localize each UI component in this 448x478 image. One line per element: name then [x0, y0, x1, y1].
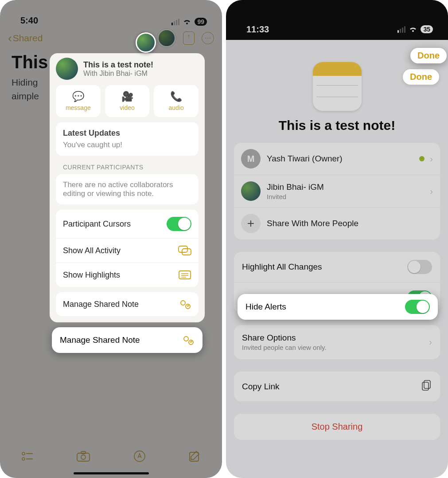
contact-actions: 💬 message 🎥 video 📞 audio — [50, 83, 205, 122]
chevron-right-icon: › — [430, 186, 433, 196]
video-button[interactable]: 🎥 video — [105, 85, 150, 117]
participant-row[interactable]: Jibin Bhai- iGM Invited › — [234, 175, 440, 207]
checklist-icon[interactable] — [21, 451, 34, 463]
row-sublabel: Invited people can view only. — [242, 344, 327, 351]
share-options-row[interactable]: Share Options Invited people can view on… — [234, 325, 440, 359]
hide-alerts-highlight[interactable]: Hide Alerts — [238, 294, 438, 320]
participant-avatar — [241, 181, 261, 201]
row-label: Show Highlights — [63, 270, 120, 280]
home-indicator[interactable] — [74, 472, 149, 474]
svg-rect-2 — [179, 271, 191, 279]
chat-bubbles-icon — [178, 246, 191, 255]
manage-shared-sheet: Done This is a test note! M Yash Tiwari … — [226, 62, 448, 478]
participant-cursors-row[interactable]: Participant Cursors — [56, 210, 199, 238]
people-list: M Yash Tiwari (Owner) › Jibin Bhai- iGM … — [234, 143, 440, 239]
stop-sharing-list: Stop Sharing — [234, 414, 440, 440]
hide-alerts-toggle[interactable] — [405, 300, 430, 314]
participants-section: There are no active collaborators editin… — [56, 174, 199, 204]
owner-avatar: M — [241, 149, 261, 168]
row-label: Copy Link — [242, 382, 280, 392]
participant-status: Invited — [267, 193, 430, 200]
chevron-right-icon: › — [429, 337, 432, 347]
participants-label: CURRENT PARTICIPANTS — [50, 161, 205, 174]
message-icon: 💬 — [72, 91, 84, 102]
popover-avatar — [56, 58, 78, 80]
svg-rect-14 — [81, 451, 86, 454]
svg-rect-12 — [77, 453, 90, 461]
more-button[interactable]: ⋯ — [202, 32, 214, 44]
owner-row[interactable]: M Yash Tiwari (Owner) › — [234, 143, 440, 175]
svg-rect-19 — [424, 380, 430, 388]
back-button[interactable]: ‹ Shared — [8, 31, 43, 45]
status-time: 5:40 — [20, 16, 38, 26]
toolbar — [0, 442, 222, 473]
popover-title: This is a test note! — [83, 60, 153, 70]
settings-list: Participant Cursors Show All Activity Sh… — [56, 210, 199, 287]
right-screenshot: 11:33 35 Done This is a test note! M Yas… — [226, 0, 448, 478]
video-icon: 🎥 — [121, 91, 133, 102]
markup-icon[interactable] — [133, 450, 146, 464]
share-icon: ↑ — [187, 33, 191, 40]
collaborator-avatar[interactable] — [157, 29, 176, 47]
row-label: Manage Shared Note — [63, 300, 139, 309]
back-label: Shared — [13, 33, 43, 43]
participants-text: There are no active collaborators editin… — [63, 180, 191, 198]
show-activity-row[interactable]: Show All Activity — [56, 238, 199, 263]
people-icon — [181, 335, 195, 345]
manage-shared-note-row[interactable]: Manage Shared Note — [56, 292, 199, 316]
owner-name: Yash Tiwari (Owner) — [267, 154, 419, 164]
audio-button[interactable]: 📞 audio — [154, 85, 199, 117]
row-label: Share Options — [242, 333, 327, 343]
sheet-title: This is a test note! — [234, 118, 440, 133]
share-more-label: Share With More People — [267, 219, 433, 228]
share-button[interactable]: ↑ — [183, 31, 195, 45]
popover-header: This is a test note! With Jibin Bhai- iG… — [50, 53, 205, 83]
done-button-highlight[interactable]: Done — [410, 48, 447, 63]
collaboration-popover: This is a test note! With Jibin Bhai- iG… — [50, 53, 205, 322]
row-label: Highlight All Changes — [242, 262, 322, 272]
status-time: 11:33 — [246, 24, 269, 35]
done-highlight-wrapper: Done — [410, 48, 447, 63]
manage-list: Manage Shared Note — [56, 292, 199, 316]
copy-icon — [421, 380, 432, 393]
highlight-changes-row[interactable]: Highlight All Changes — [234, 252, 440, 282]
camera-icon[interactable] — [76, 451, 90, 464]
video-label: video — [120, 104, 134, 111]
svg-point-13 — [81, 455, 86, 459]
row-label: Participant Cursors — [63, 219, 131, 229]
message-label: message — [66, 104, 91, 111]
chevron-left-icon: ‹ — [8, 31, 12, 45]
svg-point-10 — [22, 458, 25, 460]
manage-shared-note-highlight[interactable]: Manage Shared Note — [52, 327, 203, 353]
collaborator-avatar-highlight[interactable] — [136, 32, 156, 53]
done-button[interactable]: Done — [403, 69, 439, 85]
avatar-initial: M — [247, 154, 255, 164]
message-button[interactable]: 💬 message — [56, 85, 101, 117]
share-more-row[interactable]: + Share With More People — [234, 207, 440, 239]
status-right: 35 — [397, 25, 433, 33]
battery-icon: 35 — [421, 25, 433, 33]
battery-icon: 99 — [195, 18, 207, 26]
copy-link-row[interactable]: Copy Link — [234, 372, 440, 401]
show-highlights-row[interactable]: Show Highlights — [56, 263, 199, 287]
cellular-icon — [171, 19, 179, 25]
compose-icon[interactable] — [188, 450, 201, 464]
stop-sharing-button[interactable]: Stop Sharing — [234, 414, 440, 440]
notes-app-icon — [313, 62, 362, 111]
nav-bar: ‹ Shared ↺ ↑ ⋯ — [0, 27, 222, 49]
phone-icon: 📞 — [170, 91, 182, 102]
cursors-toggle[interactable] — [167, 217, 191, 231]
battery-value: 35 — [423, 26, 430, 33]
copy-link-list: Copy Link — [234, 372, 440, 401]
svg-point-6 — [181, 301, 185, 305]
svg-rect-20 — [422, 382, 429, 390]
status-bar: 5:40 99 — [0, 0, 222, 27]
status-bar: 11:33 35 — [226, 9, 448, 36]
row-label: Manage Shared Note — [60, 335, 140, 345]
updates-heading: Latest Updates — [63, 129, 191, 138]
ellipsis-icon: ⋯ — [205, 35, 211, 42]
highlight-toggle[interactable] — [407, 260, 432, 274]
wifi-icon — [409, 26, 417, 33]
svg-point-15 — [134, 451, 145, 462]
plus-icon: + — [241, 214, 261, 233]
